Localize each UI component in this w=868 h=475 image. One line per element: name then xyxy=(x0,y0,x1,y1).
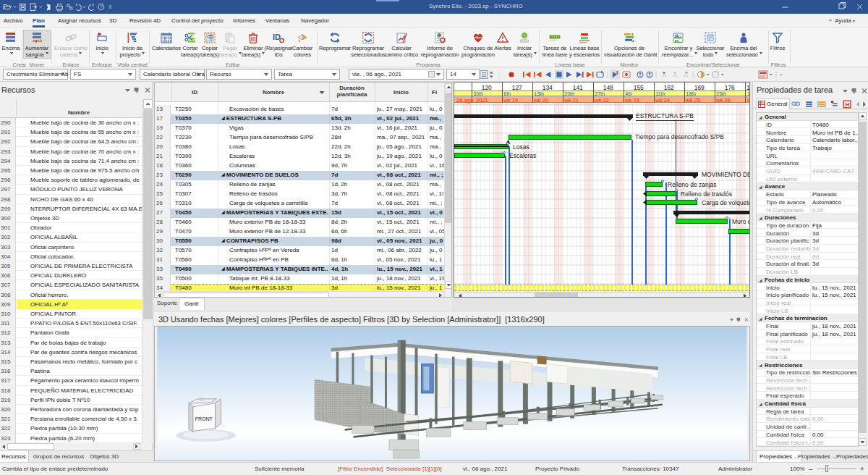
svg-text:a: a xyxy=(632,39,634,43)
svg-text:?: ? xyxy=(100,4,103,9)
svg-text:a: a xyxy=(631,33,634,36)
svg-text:H: H xyxy=(846,101,850,108)
svg-text:ab: ab xyxy=(675,33,680,38)
svg-text:FRONT: FRONT xyxy=(195,416,213,421)
svg-text:ac: ac xyxy=(675,38,679,43)
